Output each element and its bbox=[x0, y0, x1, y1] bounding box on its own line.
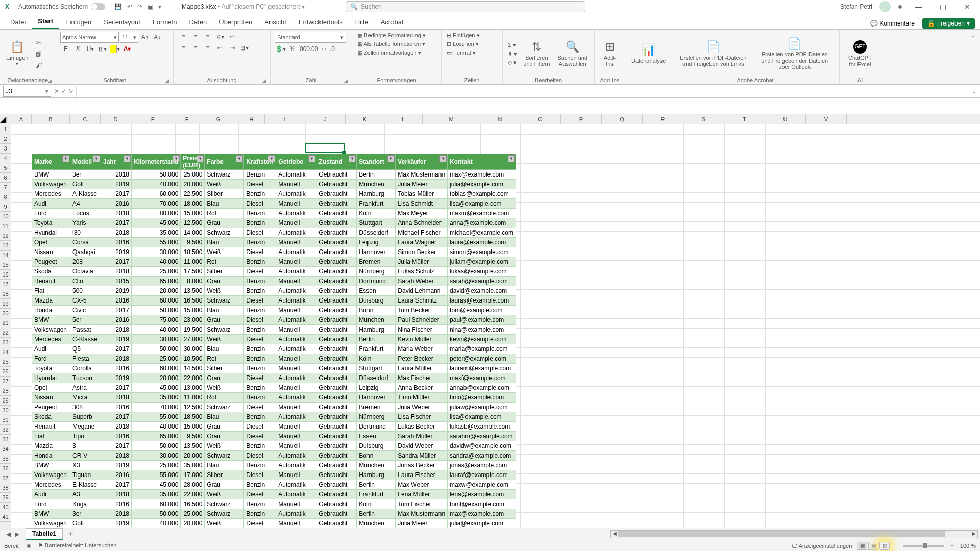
table-cell[interactable]: Diesel bbox=[244, 228, 276, 238]
table-cell[interactable]: Diesel bbox=[244, 296, 276, 306]
table-cell[interactable]: 25.000 bbox=[132, 461, 181, 470]
table-cell[interactable]: Automatik bbox=[276, 267, 316, 277]
row-header[interactable]: 41 bbox=[0, 512, 11, 522]
table-cell[interactable]: 16.500 bbox=[181, 296, 205, 306]
table-cell[interactable]: A-Klasse bbox=[70, 189, 101, 199]
table-cell[interactable]: Golf bbox=[70, 519, 101, 529]
table-cell[interactable]: Diesel bbox=[244, 451, 276, 461]
table-cell[interactable]: Automatik bbox=[276, 393, 316, 403]
row-header[interactable]: 37 bbox=[0, 473, 11, 483]
filter-dropdown-icon[interactable]: ▾ bbox=[308, 155, 315, 162]
table-cell[interactable]: maxf@example.com bbox=[448, 373, 516, 383]
table-cell[interactable]: paul@example.com bbox=[448, 315, 516, 325]
font-name-select[interactable]: Aptos Narrow▾ bbox=[60, 32, 119, 43]
table-cell[interactable]: Fiat bbox=[32, 286, 70, 296]
table-cell[interactable]: Gebraucht bbox=[316, 470, 357, 480]
table-cell[interactable]: Benzin bbox=[244, 441, 276, 451]
tab-datei[interactable]: Datei bbox=[4, 15, 32, 29]
table-cell[interactable]: 50.000 bbox=[132, 344, 181, 354]
align-mid-icon[interactable]: ≡ bbox=[190, 32, 201, 42]
row-header[interactable]: 3 bbox=[0, 144, 11, 154]
table-cell[interactable]: Lisa Schmidt bbox=[396, 199, 448, 209]
table-cell[interactable]: Gebraucht bbox=[316, 306, 357, 315]
table-cell[interactable]: A4 bbox=[70, 199, 101, 209]
table-row[interactable]: VolkswagenTiguan201655.00017.000SilberDi… bbox=[32, 470, 516, 480]
table-cell[interactable]: CX-5 bbox=[70, 296, 101, 306]
table-cell[interactable]: 60.000 bbox=[132, 189, 181, 199]
table-row[interactable]: RenaultClio201565.0008.000GrauBenzinManu… bbox=[32, 277, 516, 286]
table-cell[interactable]: Ford bbox=[32, 499, 70, 509]
table-cell[interactable]: Automatik bbox=[276, 490, 316, 499]
indent-dec-icon[interactable]: ⇤ bbox=[214, 43, 226, 53]
table-cell[interactable]: sandra@example.com bbox=[448, 451, 516, 461]
table-cell[interactable]: David Weber bbox=[396, 441, 448, 451]
bold-icon[interactable]: F bbox=[60, 44, 71, 54]
table-row[interactable]: HyundaiTucson201920.00022.000GrauDieselA… bbox=[32, 373, 516, 383]
table-cell[interactable]: 16.500 bbox=[181, 499, 205, 509]
table-cell[interactable]: 22.000 bbox=[181, 373, 205, 383]
table-cell[interactable]: Silber bbox=[205, 189, 244, 199]
table-cell[interactable]: 50.000 bbox=[132, 306, 181, 315]
table-row[interactable]: OpelAstra201745.00013.000WeißBenzinManue… bbox=[32, 383, 516, 393]
table-cell[interactable]: Laura Müller bbox=[396, 364, 448, 373]
table-header[interactable]: Preis (EUR)▾ bbox=[181, 154, 205, 170]
addins-button[interactable]: ⊞Add-Ins bbox=[599, 40, 621, 67]
table-cell[interactable]: Weiß bbox=[205, 335, 244, 344]
sheet-nav-next-icon[interactable]: ▶ bbox=[15, 531, 19, 538]
table-cell[interactable]: Düsseldorf bbox=[357, 228, 396, 238]
table-cell[interactable]: Golf bbox=[70, 180, 101, 189]
column-header[interactable]: C bbox=[70, 114, 101, 124]
table-cell[interactable]: Gebraucht bbox=[316, 412, 357, 422]
table-cell[interactable]: Max Weber bbox=[396, 480, 448, 490]
table-cell[interactable]: Tobias Müller bbox=[396, 189, 448, 199]
table-cell[interactable]: Audi bbox=[32, 344, 70, 354]
table-row[interactable]: HondaCR-V201830.00020.000SchwarzDieselAu… bbox=[32, 451, 516, 461]
cell-styles-button[interactable]: ▦ Zellenformatvorlagen ▾ bbox=[356, 49, 422, 57]
table-cell[interactable]: Laura Fischer bbox=[396, 470, 448, 480]
align-right-icon[interactable]: ≡ bbox=[202, 43, 213, 53]
table-cell[interactable]: Hannover bbox=[357, 247, 396, 257]
table-cell[interactable]: Corolla bbox=[70, 364, 101, 373]
table-row[interactable]: FordKuga201660.00016.500SchwarzBenzinMan… bbox=[32, 499, 516, 509]
table-cell[interactable]: München bbox=[357, 180, 396, 189]
table-cell[interactable]: 60.000 bbox=[132, 296, 181, 306]
table-cell[interactable]: Nürnberg bbox=[357, 412, 396, 422]
table-row[interactable]: BMWX3201925.00035.000BlauBenzinAutomatik… bbox=[32, 461, 516, 470]
table-cell[interactable]: Clio bbox=[70, 277, 101, 286]
table-cell[interactable]: 2015 bbox=[101, 277, 132, 286]
table-cell[interactable]: Gebraucht bbox=[316, 286, 357, 296]
table-cell[interactable]: Weiß bbox=[205, 383, 244, 393]
table-cell[interactable]: Silber bbox=[205, 267, 244, 277]
table-cell[interactable]: julia@example.com bbox=[448, 519, 516, 529]
table-cell[interactable]: Schwarz bbox=[205, 296, 244, 306]
table-cell[interactable]: Dortmund bbox=[357, 277, 396, 286]
table-cell[interactable]: Dortmund bbox=[357, 422, 396, 432]
acrobat-outlook-button[interactable]: 📄Erstellen von PDF-Dateien und Freigeben… bbox=[754, 37, 835, 70]
table-cell[interactable]: Gebraucht bbox=[316, 325, 357, 335]
row-header[interactable]: 34 bbox=[0, 444, 11, 454]
column-header[interactable]: T bbox=[724, 114, 765, 124]
table-cell[interactable]: Automatik bbox=[276, 480, 316, 490]
table-cell[interactable]: Gebraucht bbox=[316, 393, 357, 403]
row-header[interactable]: 5 bbox=[0, 163, 11, 173]
table-cell[interactable]: Weiß bbox=[205, 247, 244, 257]
table-cell[interactable]: Diesel bbox=[244, 403, 276, 412]
table-row[interactable]: Hyundaii30201835.00014.000SchwarzDieselA… bbox=[32, 228, 516, 238]
table-cell[interactable]: Gebraucht bbox=[316, 383, 357, 393]
table-cell[interactable]: 13.500 bbox=[181, 286, 205, 296]
table-cell[interactable]: Lena Müller bbox=[396, 490, 448, 499]
table-cell[interactable]: 45.000 bbox=[132, 383, 181, 393]
row-header[interactable]: 31 bbox=[0, 415, 11, 425]
row-header[interactable]: 22 bbox=[0, 328, 11, 338]
table-cell[interactable]: 19.500 bbox=[181, 325, 205, 335]
row-header[interactable]: 14 bbox=[0, 251, 11, 260]
table-cell[interactable]: Benzin bbox=[244, 238, 276, 247]
table-cell[interactable]: 2016 bbox=[101, 499, 132, 509]
table-cell[interactable]: 25.000 bbox=[181, 170, 205, 180]
table-cell[interactable]: Schwarz bbox=[205, 228, 244, 238]
insert-cells-button[interactable]: ⊞ Einfügen ▾ bbox=[446, 32, 481, 39]
column-header[interactable]: K bbox=[346, 114, 384, 124]
table-cell[interactable]: Benzin bbox=[244, 499, 276, 509]
table-cell[interactable]: Automatik bbox=[276, 373, 316, 383]
table-cell[interactable]: 40.000 bbox=[132, 519, 181, 529]
